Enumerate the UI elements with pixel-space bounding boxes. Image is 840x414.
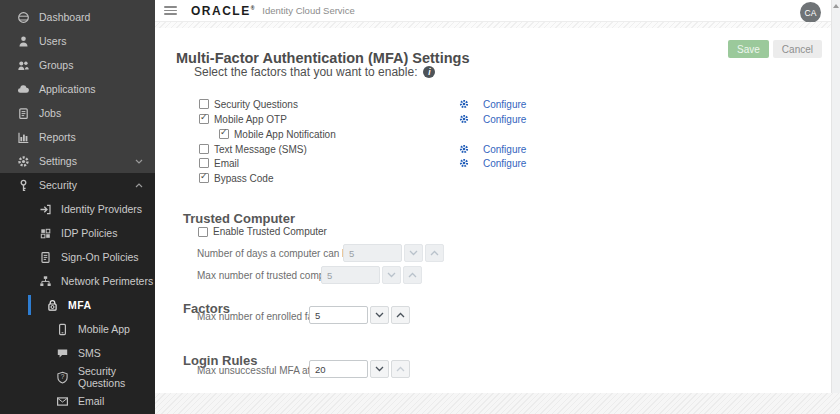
- topbar: ORACLE® Identity Cloud Service CA: [155, 0, 832, 22]
- sidebar-item-label: Applications: [39, 83, 96, 95]
- sidebar-item-label: Email: [78, 395, 104, 407]
- decrement-button[interactable]: [370, 360, 389, 378]
- key-icon: [16, 179, 30, 192]
- configure-gear-icon[interactable]: [459, 99, 469, 109]
- sidebar-item-reports[interactable]: Reports: [0, 125, 155, 149]
- registered-mark: ®: [251, 5, 255, 11]
- sidebar-item-mfa[interactable]: MFA: [0, 293, 155, 317]
- checkbox-enable-trusted-computer[interactable]: [198, 227, 208, 237]
- sidebar-item-label: Jobs: [39, 107, 61, 119]
- sidebar-item-label: MFA: [68, 299, 91, 311]
- sidebar-security-section: Security Identity Providers IDP Policies: [0, 173, 155, 414]
- sidebar-item-sign-on-policies[interactable]: Sign-On Policies: [0, 245, 155, 269]
- factor-row: Security Questions Configure: [199, 98, 759, 110]
- sidebar-item-applications[interactable]: Applications: [0, 77, 155, 101]
- sidebar-item-label: Security Questions: [78, 365, 155, 389]
- footer-band: [155, 393, 840, 414]
- sidebar-item-label: Mobile App: [78, 323, 130, 335]
- intro-line: Select the factors that you want to enab…: [194, 65, 435, 79]
- save-button[interactable]: Save: [728, 40, 769, 58]
- configure-link[interactable]: Configure: [483, 158, 526, 169]
- sitemap-icon: [38, 275, 52, 288]
- configure-link[interactable]: Configure: [483, 114, 526, 125]
- factor-row: ✓ Bypass Code: [199, 172, 759, 184]
- max-computers-input: [321, 266, 380, 284]
- dashboard-icon: [16, 11, 30, 24]
- mfa-attempts-input[interactable]: [309, 360, 368, 378]
- info-icon[interactable]: i: [423, 66, 435, 78]
- groups-icon: [16, 59, 30, 72]
- sidebar-item-idp-policies[interactable]: IDP Policies: [0, 221, 155, 245]
- sidebar-item-label: Settings: [39, 155, 77, 167]
- sidebar-item-sms[interactable]: SMS: [0, 341, 155, 365]
- configure-link[interactable]: Configure: [483, 144, 526, 155]
- sidebar-item-security-questions[interactable]: ? Security Questions: [0, 365, 155, 389]
- checkbox-text-message-sms[interactable]: [199, 144, 209, 154]
- avatar[interactable]: CA: [800, 2, 821, 23]
- sidebar-item-mobile-app[interactable]: Mobile App: [0, 317, 155, 341]
- sidebar-item-jobs[interactable]: Jobs: [0, 101, 155, 125]
- app-window: Dashboard Users Groups Applications: [0, 0, 840, 414]
- sidebar-item-dashboard[interactable]: Dashboard: [0, 5, 155, 29]
- scroll-up-arrow-icon[interactable]: [833, 4, 839, 8]
- increment-button: [391, 360, 410, 378]
- factor-row: ✓ Mobile App Notification: [199, 128, 759, 140]
- decrement-button: [382, 266, 401, 284]
- page-title: Multi-Factor Authentication (MFA) Settin…: [176, 50, 469, 66]
- hamburger-menu-icon[interactable]: [164, 6, 177, 15]
- chevron-up-icon: [135, 183, 143, 188]
- sidebar-item-settings[interactable]: Settings: [0, 149, 155, 173]
- cloud-icon: [16, 83, 30, 96]
- sidebar-item-network-perimeters[interactable]: Network Perimeters: [0, 269, 155, 293]
- sidebar-item-groups[interactable]: Groups: [0, 53, 155, 77]
- gear-icon: [16, 155, 30, 168]
- sidebar-item-identity-providers[interactable]: Identity Providers: [0, 197, 155, 221]
- lock-icon: [45, 299, 59, 312]
- enable-trusted-computer-row: Enable Trusted Computer: [198, 226, 327, 237]
- clipboard-icon: [16, 107, 30, 120]
- intro-text: Select the factors that you want to enab…: [194, 65, 417, 79]
- configure-gear-icon[interactable]: [459, 114, 469, 124]
- enrolled-factors-input[interactable]: [309, 306, 368, 324]
- days-trusted-spinner: [343, 244, 444, 262]
- user-icon: [16, 35, 30, 48]
- increment-button: [403, 266, 422, 284]
- factor-row: Text Message (SMS) Configure: [199, 143, 759, 155]
- chat-icon: [55, 347, 69, 360]
- scrollbar[interactable]: [831, 0, 840, 393]
- configure-gear-icon[interactable]: [459, 158, 469, 168]
- checkbox-email[interactable]: [199, 158, 209, 168]
- sidebar-main-section: Dashboard Users Groups Applications: [0, 0, 155, 173]
- cancel-button[interactable]: Cancel: [773, 40, 822, 58]
- trusted-computer-heading: Trusted Computer: [183, 211, 295, 226]
- configure-gear-icon[interactable]: [459, 144, 469, 154]
- mfa-attempts-spinner: [309, 360, 410, 378]
- sidebar-item-users[interactable]: Users: [0, 29, 155, 53]
- checkbox-mobile-app-otp[interactable]: ✓: [199, 114, 209, 124]
- increment-button: [425, 244, 444, 262]
- sidebar-item-label: Identity Providers: [61, 203, 142, 215]
- sidebar-item-label: Users: [39, 35, 66, 47]
- sidebar-item-label: SMS: [78, 347, 101, 359]
- shield-question-icon: ?: [55, 371, 69, 384]
- days-trusted-input: [343, 244, 402, 262]
- decrement-button[interactable]: [370, 306, 389, 324]
- checkbox-security-questions[interactable]: [199, 99, 209, 109]
- decrement-button: [404, 244, 423, 262]
- sidebar-item-email[interactable]: Email: [0, 389, 155, 413]
- configure-link[interactable]: Configure: [483, 99, 526, 110]
- document-icon: [38, 251, 52, 264]
- max-computers-spinner: [321, 266, 422, 284]
- checkbox-bypass-code[interactable]: ✓: [199, 173, 209, 183]
- sidebar-item-security[interactable]: Security: [0, 173, 155, 197]
- oracle-logo: ORACLE®: [191, 4, 254, 18]
- checkbox-mobile-app-notification[interactable]: ✓: [219, 129, 229, 139]
- envelope-icon: [55, 395, 69, 408]
- factor-row: ✓ Mobile App OTP Configure: [199, 113, 759, 125]
- increment-button[interactable]: [391, 306, 410, 324]
- bar-chart-icon: [16, 131, 30, 144]
- identity-providers-icon: [38, 203, 52, 216]
- sidebar-item-label: Sign-On Policies: [61, 251, 139, 263]
- sidebar-item-label: Network Perimeters: [61, 275, 153, 287]
- main-content: Multi-Factor Authentication (MFA) Settin…: [155, 28, 832, 393]
